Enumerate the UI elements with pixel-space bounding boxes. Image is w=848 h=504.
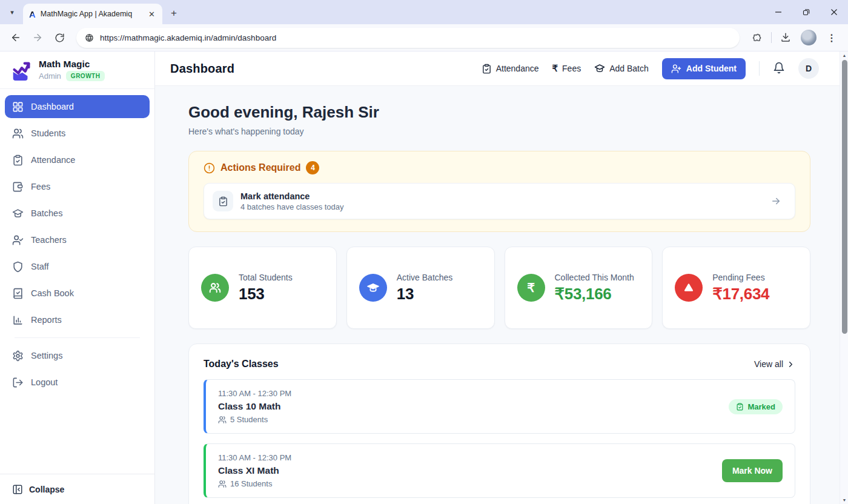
stat-value: ₹53,166 bbox=[555, 285, 634, 303]
browser-profile-avatar[interactable] bbox=[801, 30, 817, 45]
graduation-cap-icon bbox=[594, 63, 605, 74]
page-title: Dashboard bbox=[170, 62, 234, 76]
reload-icon[interactable] bbox=[50, 28, 69, 47]
header-divider bbox=[759, 61, 760, 76]
actions-required-header: Actions Required 4 bbox=[204, 161, 795, 174]
tab-search-chevron-icon[interactable]: ▾ bbox=[5, 5, 19, 19]
window-close-icon[interactable] bbox=[820, 0, 848, 24]
class-row-class-xi-math[interactable]: 11:30 AM - 12:30 PM Class XI Math 16 Stu… bbox=[204, 443, 795, 498]
sidebar-item-batches[interactable]: Batches bbox=[5, 202, 150, 225]
content-column: Dashboard Attendance ₹ Fees Add Batch Ad… bbox=[155, 51, 848, 504]
sidebar-item-label: Reports bbox=[31, 315, 62, 325]
sidebar-item-logout[interactable]: Logout bbox=[5, 371, 150, 394]
view-all-link[interactable]: View all bbox=[754, 359, 795, 369]
extensions-icon[interactable] bbox=[747, 28, 767, 47]
sidebar-item-label: Dashboard bbox=[31, 102, 74, 111]
fees-button[interactable]: ₹ Fees bbox=[552, 63, 581, 74]
sidebar-item-students[interactable]: Students bbox=[5, 122, 150, 145]
add-student-button-label: Add Student bbox=[686, 64, 737, 73]
sidebar-nav: Dashboard Students Attendance Fees Batch… bbox=[0, 89, 154, 397]
panel-collapse-icon bbox=[12, 484, 23, 495]
stat-card-pending-fees: Pending Fees ₹17,634 bbox=[662, 247, 810, 329]
mark-now-button[interactable]: Mark Now bbox=[722, 459, 783, 482]
window-controls bbox=[764, 0, 848, 24]
sidebar-item-teachers[interactable]: Teachers bbox=[5, 228, 150, 251]
browser-menu-icon[interactable]: ⋮ bbox=[821, 28, 842, 47]
sidebar-item-label: Students bbox=[31, 128, 65, 138]
window-restore-icon[interactable] bbox=[792, 0, 820, 24]
shield-icon bbox=[12, 261, 24, 273]
stats-row: Total Students 153 Active Batches 13 ₹ bbox=[188, 247, 810, 329]
attendance-button-label: Attendance bbox=[496, 64, 539, 73]
clipboard-check-icon bbox=[482, 64, 492, 74]
mark-attendance-action-row[interactable]: Mark attendance 4 batches have classes t… bbox=[204, 183, 795, 219]
wallet-icon bbox=[12, 181, 24, 193]
sidebar-item-label: Settings bbox=[31, 351, 62, 360]
site-info-icon[interactable] bbox=[85, 33, 94, 42]
window-minimize-icon[interactable] bbox=[764, 0, 792, 24]
fees-button-label: Fees bbox=[562, 64, 581, 73]
todays-classes-card: Today's Classes View all 11:30 AM - 12:3… bbox=[188, 343, 810, 504]
sidebar-item-dashboard[interactable]: Dashboard bbox=[5, 95, 150, 118]
marked-label: Marked bbox=[747, 402, 775, 411]
avatar-initial: D bbox=[806, 64, 812, 73]
class-student-count: 16 Students bbox=[230, 479, 272, 488]
sidebar-item-settings[interactable]: Settings bbox=[5, 344, 150, 367]
rupee-circle-icon: ₹ bbox=[517, 274, 545, 302]
sidebar-item-staff[interactable]: Staff bbox=[5, 255, 150, 278]
sidebar-item-attendance[interactable]: Attendance bbox=[5, 148, 150, 171]
class-name: Class 10 Math bbox=[218, 401, 291, 412]
brand-role: Admin bbox=[39, 71, 61, 81]
stat-value: ₹17,634 bbox=[712, 285, 769, 303]
page-scrollbar[interactable]: ▲ ▼ bbox=[840, 51, 848, 504]
stat-card-active-batches: Active Batches 13 bbox=[346, 247, 495, 329]
class-name: Class XI Math bbox=[218, 465, 291, 476]
sidebar-item-label: Fees bbox=[31, 182, 50, 191]
class-time: 11:30 AM - 12:30 PM bbox=[218, 389, 291, 398]
sidebar: Math Magic Admin GROWTH Dashboard Studen… bbox=[0, 51, 155, 504]
scroll-up-icon[interactable]: ▲ bbox=[840, 51, 848, 59]
user-avatar[interactable]: D bbox=[798, 58, 819, 79]
add-batch-button[interactable]: Add Batch bbox=[594, 63, 649, 74]
users-icon bbox=[12, 128, 24, 139]
notifications-bell-icon[interactable] bbox=[773, 62, 785, 76]
sidebar-item-cash-book[interactable]: Cash Book bbox=[5, 282, 150, 305]
book-check-icon bbox=[12, 288, 24, 299]
clipboard-check-icon bbox=[736, 403, 744, 411]
user-check-icon bbox=[12, 234, 24, 246]
app-header: Dashboard Attendance ₹ Fees Add Batch Ad… bbox=[155, 51, 848, 86]
downloads-icon[interactable] bbox=[775, 28, 796, 47]
add-student-button[interactable]: Add Student bbox=[662, 58, 746, 79]
tab-title: MathMagic App | Akademiq bbox=[41, 10, 141, 18]
stat-label: Active Batches bbox=[397, 273, 453, 282]
sidebar-item-label: Teachers bbox=[31, 235, 67, 245]
forward-icon[interactable] bbox=[28, 28, 47, 47]
sidebar-item-label: Attendance bbox=[31, 155, 75, 165]
tab-close-icon[interactable]: ✕ bbox=[146, 8, 157, 20]
scrollbar-thumb[interactable] bbox=[842, 60, 847, 334]
scroll-down-icon[interactable]: ▼ bbox=[840, 496, 848, 504]
url-bar[interactable]: https://mathmagic.akademiq.in/admin/dash… bbox=[76, 28, 740, 48]
greeting-heading: Good evening, Rajesh Sir bbox=[188, 103, 810, 122]
clipboard-check-icon bbox=[12, 154, 24, 166]
header-actions: Attendance ₹ Fees Add Batch Add Student bbox=[482, 58, 819, 79]
back-icon[interactable] bbox=[6, 28, 25, 47]
collapse-label: Collapse bbox=[29, 485, 64, 494]
logout-icon bbox=[12, 377, 24, 388]
new-tab-button[interactable]: + bbox=[171, 7, 177, 19]
clipboard-icon bbox=[213, 191, 233, 211]
attendance-button[interactable]: Attendance bbox=[482, 64, 539, 74]
sidebar-item-fees[interactable]: Fees bbox=[5, 175, 150, 198]
class-row-class-10-math[interactable]: 11:30 AM - 12:30 PM Class 10 Math 5 Stud… bbox=[204, 379, 795, 434]
sidebar-item-label: Cash Book bbox=[31, 288, 74, 298]
graduation-cap-icon bbox=[359, 274, 387, 302]
graduation-cap-icon bbox=[12, 208, 24, 219]
plan-badge: GROWTH bbox=[66, 71, 105, 81]
toolbar-divider bbox=[771, 32, 772, 43]
app-page: Math Magic Admin GROWTH Dashboard Studen… bbox=[0, 51, 848, 504]
sidebar-item-reports[interactable]: Reports bbox=[5, 308, 150, 331]
stat-label: Pending Fees bbox=[712, 273, 769, 282]
browser-tab[interactable]: A MathMagic App | Akademiq ✕ bbox=[23, 4, 162, 24]
sidebar-item-label: Logout bbox=[31, 377, 58, 387]
sidebar-collapse-button[interactable]: Collapse bbox=[0, 474, 154, 504]
